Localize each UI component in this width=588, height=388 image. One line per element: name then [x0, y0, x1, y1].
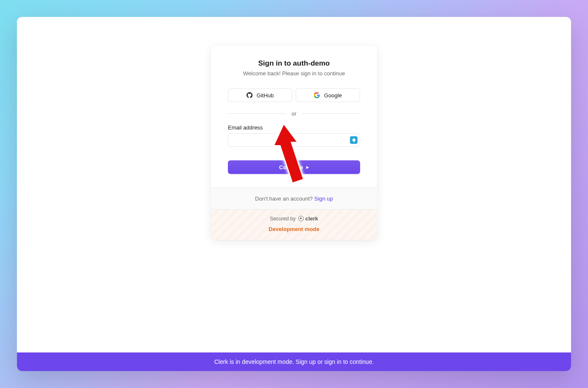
card-body: Sign in to auth-demo Welcome back! Pleas… [211, 46, 377, 187]
secured-by-text: Secured by [270, 216, 296, 222]
caret-right-icon: ▶ [306, 165, 309, 169]
secured-row: Secured by clerk [228, 215, 360, 222]
divider-line-right [302, 113, 360, 114]
no-account-text: Don't have an account? [255, 195, 314, 202]
email-input-wrap [228, 133, 360, 147]
google-oauth-button[interactable]: Google [296, 88, 360, 102]
clerk-logo-icon [298, 216, 304, 221]
card-subtitle: Welcome back! Please sign in to continue [228, 70, 360, 77]
github-icon [247, 92, 252, 98]
google-label: Google [324, 92, 342, 99]
signin-card: Sign in to auth-demo Welcome back! Pleas… [211, 46, 377, 240]
card-title: Sign in to auth-demo [228, 59, 360, 68]
google-icon [314, 92, 320, 98]
secured-footer: Secured by clerk Development mode [211, 209, 377, 240]
signup-link[interactable]: Sign up [314, 195, 333, 202]
continue-button[interactable]: Continue ▶ [228, 160, 360, 174]
development-mode-label: Development mode [228, 226, 360, 232]
github-label: GitHub [257, 92, 274, 99]
continue-label: Continue [279, 164, 303, 171]
signup-footer: Don't have an account? Sign up [211, 187, 377, 209]
clerk-brand-text: clerk [305, 215, 318, 222]
status-bar: Clerk is in development mode. Sign up or… [17, 352, 571, 371]
oauth-buttons: GitHub Google [228, 88, 360, 102]
app-window: Sign in to auth-demo Welcome back! Pleas… [17, 17, 571, 371]
divider-text: or [291, 110, 297, 117]
password-manager-icon[interactable] [350, 136, 358, 144]
divider-line-left [228, 113, 286, 114]
card-header: Sign in to auth-demo Welcome back! Pleas… [228, 59, 360, 77]
content-area: Sign in to auth-demo Welcome back! Pleas… [17, 17, 571, 352]
email-label: Email address [228, 124, 360, 131]
clerk-logo: clerk [298, 215, 318, 222]
email-input[interactable] [228, 133, 360, 147]
divider: or [228, 110, 360, 117]
status-bar-text: Clerk is in development mode. Sign up or… [214, 358, 374, 365]
github-oauth-button[interactable]: GitHub [228, 88, 292, 102]
